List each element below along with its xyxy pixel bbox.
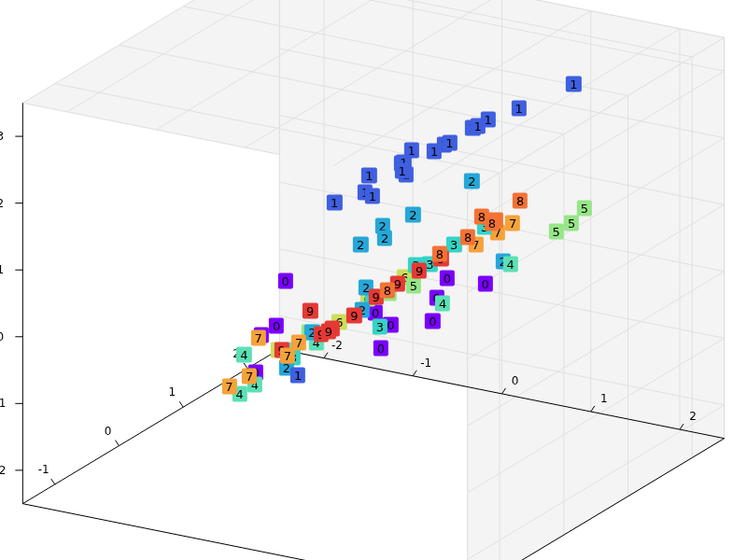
svg-line-34 xyxy=(22,504,467,560)
axes-3d xyxy=(0,0,747,560)
svg-line-41 xyxy=(244,363,247,369)
svg-line-33 xyxy=(22,349,279,504)
svg-line-38 xyxy=(51,479,55,484)
svg-line-39 xyxy=(115,441,119,446)
plot-container: -1012-2-1012-2-1012300000000000024556595… xyxy=(0,0,747,560)
svg-line-40 xyxy=(179,401,183,407)
